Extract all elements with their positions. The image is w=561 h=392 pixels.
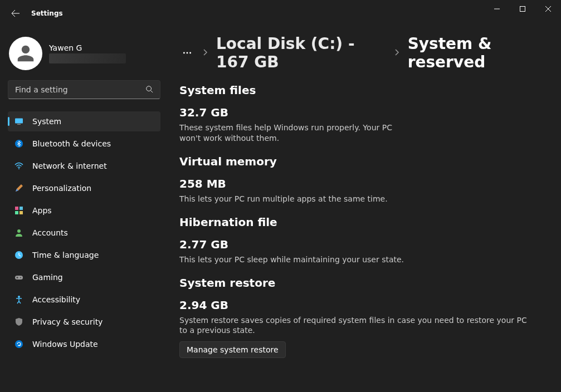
svg-point-19 xyxy=(187,52,188,54)
nav-item-apps[interactable]: Apps xyxy=(8,200,160,220)
nav-label: Windows Update xyxy=(32,340,98,349)
section-description: These system files help Windows run prop… xyxy=(179,122,413,144)
user-email-redacted xyxy=(49,53,126,63)
nav-label: Apps xyxy=(32,206,52,215)
gamepad-icon xyxy=(14,273,23,282)
breadcrumb-parent[interactable]: Local Disk (C:) - 167 GB xyxy=(216,35,387,71)
nav-item-bluetooth[interactable]: Bluetooth & devices xyxy=(8,134,160,154)
section-title: Hibernation file xyxy=(179,215,545,229)
minimize-button[interactable] xyxy=(484,0,510,18)
close-button[interactable] xyxy=(535,0,561,18)
section-system-files: System files 32.7 GB These system files … xyxy=(179,84,545,144)
section-description: System restore saves copies of required … xyxy=(179,315,530,336)
maximize-button[interactable] xyxy=(510,0,535,18)
chevron-right-icon xyxy=(394,48,400,57)
user-name: Yawen G xyxy=(49,43,126,52)
svg-rect-6 xyxy=(15,207,18,210)
section-title: System files xyxy=(179,84,545,97)
svg-point-20 xyxy=(189,52,191,54)
svg-rect-15 xyxy=(17,277,18,278)
svg-rect-0 xyxy=(520,7,525,12)
manage-system-restore-button[interactable]: Manage system restore xyxy=(179,341,286,358)
sidebar: Yawen G System Bluetooth & devices xyxy=(0,27,167,392)
back-button[interactable] xyxy=(8,6,23,21)
section-description: This lets your PC run multiple apps at t… xyxy=(179,194,530,204)
svg-rect-9 xyxy=(19,211,23,214)
nav-label: Privacy & security xyxy=(32,317,103,326)
nav-item-system[interactable]: System xyxy=(8,111,160,131)
user-block[interactable]: Yawen G xyxy=(8,32,160,80)
system-icon xyxy=(14,117,23,126)
avatar xyxy=(9,37,42,70)
brush-icon xyxy=(14,184,23,193)
nav-label: Network & internet xyxy=(32,161,107,170)
svg-point-16 xyxy=(18,296,20,298)
chevron-right-icon xyxy=(203,48,208,57)
svg-point-13 xyxy=(20,277,21,278)
nav-item-personalization[interactable]: Personalization xyxy=(8,178,160,198)
svg-point-5 xyxy=(18,168,19,169)
section-description: This lets your PC sleep while maintainin… xyxy=(179,254,530,265)
svg-point-10 xyxy=(17,229,21,233)
window-controls xyxy=(484,0,561,18)
nav-label: Bluetooth & devices xyxy=(32,139,111,148)
svg-point-18 xyxy=(183,52,185,54)
nav-label: Personalization xyxy=(32,184,91,193)
section-value: 32.7 GB xyxy=(179,106,545,119)
nav-item-privacy[interactable]: Privacy & security xyxy=(8,312,160,332)
section-title: System restore xyxy=(179,276,545,290)
nav-label: Time & language xyxy=(32,251,99,259)
search-icon xyxy=(145,85,153,95)
svg-rect-7 xyxy=(19,207,23,210)
svg-rect-2 xyxy=(15,119,23,124)
nav-list: System Bluetooth & devices Network & int… xyxy=(8,111,160,354)
svg-rect-8 xyxy=(15,211,18,214)
accessibility-icon xyxy=(14,295,23,304)
section-value: 2.77 GB xyxy=(179,238,545,251)
svg-point-17 xyxy=(15,340,23,348)
breadcrumb-current: System & reserved xyxy=(408,35,545,71)
nav-item-accounts[interactable]: Accounts xyxy=(8,223,160,243)
nav-item-time[interactable]: Time & language xyxy=(8,245,160,265)
person-icon xyxy=(14,228,23,237)
apps-icon xyxy=(14,206,23,215)
section-title: Virtual memory xyxy=(179,155,545,168)
main-content: Local Disk (C:) - 167 GB System & reserv… xyxy=(167,27,561,392)
svg-rect-3 xyxy=(17,124,21,125)
nav-item-network[interactable]: Network & internet xyxy=(8,156,160,176)
update-icon xyxy=(14,340,23,349)
section-value: 2.94 GB xyxy=(179,298,545,312)
section-value: 258 MB xyxy=(179,177,545,190)
titlebar: Settings xyxy=(0,0,561,27)
section-system-restore: System restore 2.94 GB System restore sa… xyxy=(179,276,545,359)
nav-label: Accounts xyxy=(32,228,68,237)
nav-label: Gaming xyxy=(32,273,63,282)
wifi-icon xyxy=(14,161,23,170)
search-input[interactable] xyxy=(15,85,145,94)
app-title: Settings xyxy=(31,9,63,17)
svg-point-1 xyxy=(147,86,152,91)
section-hibernation: Hibernation file 2.77 GB This lets your … xyxy=(179,215,545,265)
nav-label: Accessibility xyxy=(32,295,80,304)
clock-icon xyxy=(14,251,23,259)
nav-item-accessibility[interactable]: Accessibility xyxy=(8,290,160,310)
nav-item-update[interactable]: Windows Update xyxy=(8,334,160,354)
breadcrumb-more-button[interactable] xyxy=(179,43,195,62)
bluetooth-icon xyxy=(14,139,23,148)
search-box[interactable] xyxy=(8,80,160,99)
nav-item-gaming[interactable]: Gaming xyxy=(8,267,160,287)
shield-icon xyxy=(14,317,23,326)
svg-rect-12 xyxy=(15,276,23,280)
nav-label: System xyxy=(32,117,61,126)
section-virtual-memory: Virtual memory 258 MB This lets your PC … xyxy=(179,155,545,204)
breadcrumb: Local Disk (C:) - 167 GB System & reserv… xyxy=(179,35,545,71)
